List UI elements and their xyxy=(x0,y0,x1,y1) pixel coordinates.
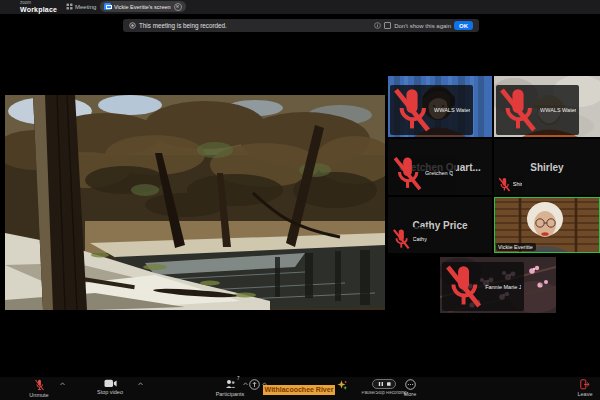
video-tile-wwals-1[interactable]: WWALS Watershed Coalition xyxy=(388,76,492,137)
zoom-workplace-logo: zoom Workplace xyxy=(20,1,57,13)
share-overlay-caption: Withlacoochee River 2025-12-11, 12:05:36… xyxy=(238,378,360,400)
tab-meeting[interactable]: Meeting xyxy=(66,3,96,10)
dont-show-again-label: Don't show this again xyxy=(394,23,451,29)
muted-mic-icon xyxy=(34,379,45,391)
video-tile-gretchen[interactable]: Gretchen Quart... Gretchen Quarterman xyxy=(388,139,492,195)
recording-banner: This meeting is being recorded. Don't sh… xyxy=(123,19,479,32)
participant-name-label: Shirley xyxy=(496,176,525,193)
muted-mic-icon xyxy=(444,263,483,310)
video-tile-wwals-2[interactable]: WWALS Watershed Coalition xyxy=(494,76,600,137)
muted-mic-icon xyxy=(392,155,423,192)
participant-name-label: WWALS Watershed Coalition xyxy=(390,85,473,135)
participant-name-label: Vickie Everitte xyxy=(496,243,536,251)
participant-name-label: Fannie Marie Jackson Gibbs xyxy=(442,262,524,311)
dont-show-again-checkbox[interactable] xyxy=(384,22,391,29)
tab-shared-screen[interactable]: Vickie Everitte's screen xyxy=(100,1,186,12)
shared-screen-content-river-photo xyxy=(5,95,385,310)
meeting-tab-label: Meeting xyxy=(75,4,96,10)
muted-mic-icon xyxy=(498,177,511,192)
info-icon[interactable] xyxy=(374,22,381,29)
leave-button[interactable]: Leave xyxy=(572,379,598,397)
more-ellipsis-icon xyxy=(405,379,416,390)
screen-share-icon xyxy=(104,3,111,10)
close-share-view-icon[interactable] xyxy=(174,3,182,11)
leave-meeting-icon xyxy=(580,379,590,390)
participant-name-label: WWALS Watershed Coalition xyxy=(496,85,579,135)
video-tile-vickie-active-speaker[interactable]: Vickie Everitte xyxy=(494,197,600,253)
participant-name-label: Gretchen Quarterman xyxy=(390,154,456,193)
ok-button[interactable]: OK xyxy=(454,21,473,30)
pause-stop-recording-icon xyxy=(372,379,396,389)
video-menu-caret-icon[interactable] xyxy=(138,382,143,386)
participants-icon xyxy=(225,379,236,389)
river-landscape-image xyxy=(5,95,385,310)
shared-screen-tab-label: Vickie Everitte's screen xyxy=(114,4,171,10)
more-button[interactable]: More xyxy=(400,379,420,397)
video-tile-fannie[interactable]: Fannie Marie Jackson Gibbs xyxy=(440,257,556,313)
video-tile-shirley[interactable]: Shirley Shirley xyxy=(494,139,600,195)
top-bar: zoom Workplace Meeting Vickie Everitte's… xyxy=(0,0,600,14)
recording-dot-icon xyxy=(129,22,136,29)
participant-name-label: Cathy Price xyxy=(390,227,430,251)
muted-mic-icon xyxy=(392,228,411,250)
unmute-menu-caret-icon[interactable] xyxy=(60,382,65,386)
video-tile-cathy[interactable]: Cathy Price Cathy Price xyxy=(388,197,492,253)
muted-mic-icon xyxy=(392,86,432,134)
unmute-button[interactable]: Unmute xyxy=(22,379,56,398)
muted-mic-icon xyxy=(498,86,538,134)
video-camera-icon xyxy=(104,379,117,388)
workplace-logo-text: Workplace xyxy=(20,6,57,13)
overlay-river-name: Withlacoochee River xyxy=(263,385,336,395)
stop-video-button[interactable]: Stop video xyxy=(90,379,130,395)
meeting-icon xyxy=(66,3,73,10)
recording-message: This meeting is being recorded. xyxy=(139,22,227,29)
